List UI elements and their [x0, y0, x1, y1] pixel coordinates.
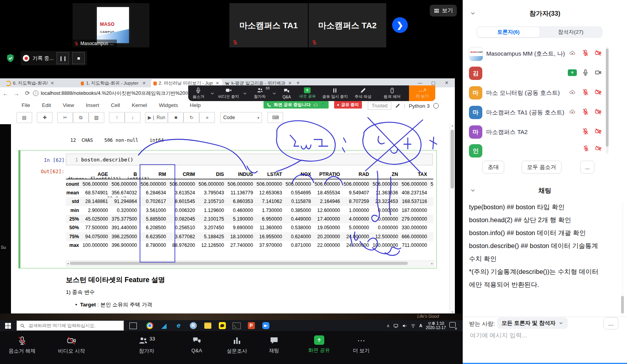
- stop-share-button[interactable]: ■공유 중지: [334, 101, 362, 109]
- stop-recording-button[interactable]: ■: [72, 52, 85, 64]
- annotate-button[interactable]: 주석 작성: [351, 85, 375, 101]
- command-palette-button[interactable]: ⌨: [267, 112, 283, 123]
- add-cell-button[interactable]: ✚: [37, 112, 53, 123]
- start-video-button[interactable]: 비디오 시작: [58, 336, 85, 355]
- participants-button[interactable]: 33 참가자: [138, 336, 155, 355]
- run-cell-button[interactable]: ▶❘ Run: [145, 112, 168, 123]
- video-options-chevron[interactable]: [241, 85, 249, 101]
- chat-input[interactable]: [469, 331, 612, 339]
- invite-button[interactable]: 초대: [482, 161, 504, 174]
- move-cell-up-button[interactable]: ↑: [109, 112, 125, 123]
- search-input[interactable]: [28, 323, 108, 328]
- interrupt-kernel-button[interactable]: ■: [168, 112, 184, 123]
- file-explorer-icon[interactable]: [204, 322, 212, 330]
- participant-row[interactable]: 인: [463, 141, 620, 161]
- participant-row[interactable]: 마 마소캠퍼스 TA2: [463, 122, 620, 142]
- tab-panelists[interactable]: 토론자(6): [477, 27, 540, 37]
- browser-tab-1[interactable]: 6. 지도학습-회귀/ ✕: [3, 79, 78, 87]
- taskbar-search[interactable]: [16, 321, 124, 331]
- video-tile-host[interactable]: MASO CAMPUS Masocampus ...: [73, 3, 149, 47]
- participants-button[interactable]: 33 참가자: [249, 85, 271, 101]
- move-cell-down-button[interactable]: ↓: [125, 112, 140, 123]
- mute-button[interactable]: 음소거: [188, 85, 209, 101]
- address-bar[interactable]: i localhost:8888/notebooks/4.%20사이킷런%20프…: [33, 90, 200, 97]
- view-button[interactable]: 보기: [430, 5, 457, 16]
- send-to-select[interactable]: 모든 토론자 및 참석자: [497, 317, 568, 329]
- qa-button[interactable]: Q&A: [191, 336, 202, 353]
- scrollbar-thumb[interactable]: [451, 130, 454, 188]
- zoom-app-icon[interactable]: [262, 322, 270, 330]
- participants-chevron[interactable]: [271, 85, 278, 101]
- notification-icon[interactable]: 8: [449, 322, 456, 329]
- tab-attendees[interactable]: 참석자(27): [540, 27, 602, 37]
- menu-kernel[interactable]: Kernel: [132, 102, 147, 108]
- share-screen-button[interactable]: 화면 공유: [308, 335, 330, 354]
- r-icon[interactable]: R: [189, 322, 197, 330]
- more-button[interactable]: ⋯ 더 보기: [353, 336, 370, 354]
- refresh-icon[interactable]: ⟳: [22, 90, 33, 97]
- table-h-scrollbar[interactable]: ◂ ▸: [66, 261, 434, 266]
- menu-edit[interactable]: Edit: [42, 102, 51, 108]
- info-icon[interactable]: i: [33, 91, 38, 96]
- remote-control-button[interactable]: 원격 제어: [375, 85, 409, 101]
- pause-share-button[interactable]: 공유 일시 중지: [319, 85, 351, 101]
- start-button[interactable]: [5, 323, 11, 329]
- code-input-area[interactable]: 1 boston.describe(): [66, 154, 433, 165]
- cell-type-select[interactable]: Code▾: [220, 112, 262, 123]
- menu-cell[interactable]: Cell: [111, 102, 120, 108]
- participants-more-button[interactable]: ...: [580, 161, 594, 174]
- security-shield-icon[interactable]: [5, 53, 15, 63]
- selected-code-cell[interactable]: In [62]: 1 boston.describe() Out[62]: AG…: [18, 150, 437, 268]
- chat-more-button[interactable]: ...: [603, 317, 618, 330]
- save-button[interactable]: ▤: [16, 112, 32, 123]
- browser-tab-2[interactable]: 1. 지도학습-회귀 - Jupyter Note ✕: [78, 79, 149, 87]
- menu-view[interactable]: View: [63, 102, 74, 108]
- participants-scrollbar[interactable]: [606, 47, 609, 154]
- vscode-icon[interactable]: ◢: [160, 322, 168, 330]
- cut-cell-button[interactable]: ✂: [57, 112, 73, 123]
- terminal-icon[interactable]: ›_: [233, 322, 241, 330]
- page-v-scrollbar[interactable]: ▲ ▼: [449, 124, 455, 313]
- new-share-button[interactable]: 새로 공유: [296, 85, 319, 101]
- close-tab-icon[interactable]: ✕: [50, 81, 55, 86]
- ime-indicator[interactable]: A: [419, 323, 422, 328]
- copy-cell-button[interactable]: ⧉: [73, 112, 89, 123]
- display-icon[interactable]: [393, 323, 398, 328]
- kakaotalk-icon[interactable]: [218, 322, 226, 330]
- close-tab-icon[interactable]: ✕: [142, 81, 147, 86]
- task-view-button[interactable]: [129, 322, 137, 329]
- mic-options-chevron[interactable]: [209, 85, 216, 101]
- scrollbar-thumb[interactable]: [70, 262, 408, 265]
- participant-row[interactable]: 김: [463, 63, 620, 83]
- participant-row[interactable]: 마 마소캠퍼스 TA1 (공동 호스트): [463, 103, 620, 122]
- video-tile-ta2[interactable]: 마소캠퍼스 TA2: [309, 3, 386, 47]
- mute-all-button[interactable]: 모두 음소거: [522, 161, 562, 174]
- forward-icon[interactable]: →: [11, 90, 22, 97]
- more-button[interactable]: ⋯6 더 보기: [409, 85, 435, 101]
- taskbar-clock[interactable]: 오후 1:10 2020-12-17: [426, 321, 446, 330]
- polls-button[interactable]: 설문조사: [227, 336, 247, 355]
- menu-file[interactable]: File: [22, 102, 30, 108]
- volume-muted-icon[interactable]: [402, 323, 407, 328]
- next-videos-button[interactable]: ❯: [392, 17, 408, 33]
- close-window-button[interactable]: ✕: [440, 78, 453, 87]
- unmute-button[interactable]: 음소거 해제: [9, 336, 36, 355]
- chat-scrollbar[interactable]: [621, 202, 624, 316]
- menu-insert[interactable]: Insert: [86, 102, 99, 108]
- qa-button[interactable]: Q&A: [278, 85, 296, 101]
- chat-button[interactable]: 채팅: [269, 336, 279, 354]
- chrome-icon[interactable]: [145, 322, 154, 330]
- back-icon[interactable]: ←: [0, 90, 11, 97]
- restart-run-all-button[interactable]: »: [199, 112, 215, 123]
- tray-chevron-icon[interactable]: ∧: [387, 323, 390, 328]
- menu-widgets[interactable]: Widgets: [159, 102, 178, 108]
- video-tile-ta1[interactable]: 마소캠퍼스 TA1: [229, 3, 308, 47]
- stop-video-button[interactable]: 비디오 중지: [216, 85, 241, 101]
- participant-row[interactable]: 마 마소 모니터링 (공동 호스트): [463, 83, 620, 103]
- restart-kernel-button[interactable]: ↻: [184, 112, 199, 123]
- ie-icon[interactable]: e: [174, 322, 183, 330]
- pause-recording-button[interactable]: ❙❙: [56, 52, 69, 64]
- powerpoint-icon[interactable]: P: [247, 322, 255, 330]
- participant-row[interactable]: MASOCAMPUS Masocampus MM (호스트, 나): [463, 44, 620, 63]
- paste-cell-button[interactable]: ▧: [89, 112, 104, 123]
